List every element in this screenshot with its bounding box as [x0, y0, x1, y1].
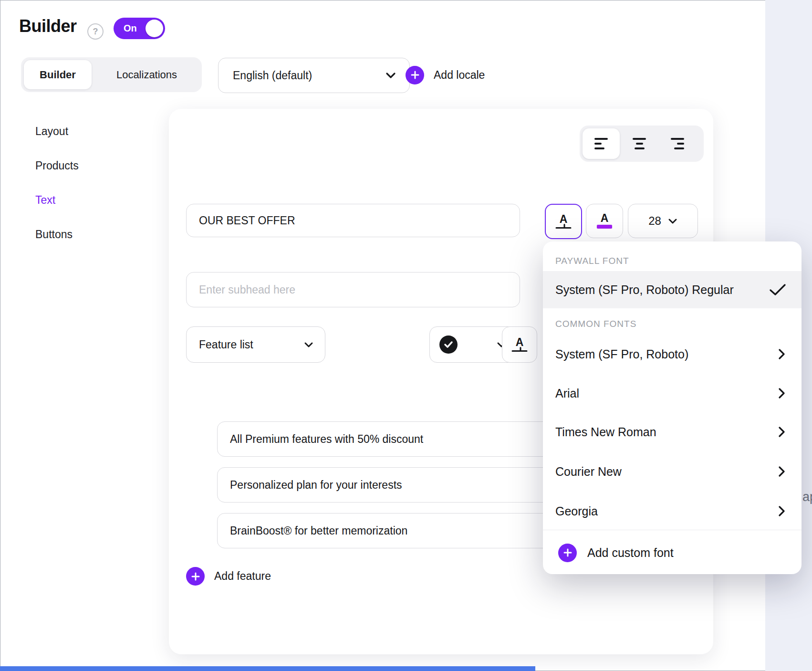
align-left-icon	[594, 138, 608, 149]
feature-letter-spacing-button[interactable]: A	[502, 326, 537, 363]
locale-select-value: English (default)	[233, 69, 312, 82]
sidebar-item-products[interactable]: Products	[35, 159, 79, 172]
feature-list-select[interactable]: Feature list	[186, 326, 325, 363]
headline-input[interactable]	[186, 204, 520, 237]
font-color-icon: A	[597, 213, 612, 229]
align-right-button[interactable]	[659, 128, 696, 159]
view-tabs: Builder Localizations	[21, 57, 202, 92]
text-alignment-control	[580, 126, 704, 162]
plus-icon	[406, 66, 424, 84]
clipped-edge-text: ap	[802, 490, 812, 504]
font-option-selected[interactable]: System (SF Pro, Roboto) Regular	[543, 271, 802, 308]
menu-separator	[543, 530, 802, 530]
plus-icon	[558, 544, 577, 562]
builder-toggle[interactable]: On	[114, 18, 165, 39]
feature-input-3[interactable]	[217, 513, 553, 548]
chevron-right-icon	[779, 388, 785, 399]
chevron-down-icon	[385, 72, 396, 79]
align-center-button[interactable]	[621, 128, 658, 159]
chevron-down-icon	[668, 218, 677, 224]
add-feature-label: Add feature	[214, 570, 271, 583]
letter-spacing-icon: A	[511, 337, 528, 352]
feature-input-1[interactable]	[217, 421, 553, 457]
sidebar-item-buttons[interactable]: Buttons	[35, 228, 73, 241]
plus-icon	[186, 567, 205, 586]
font-size-select[interactable]: 28	[628, 204, 698, 238]
add-locale-button[interactable]: Add locale	[406, 58, 485, 92]
page-title: Builder	[19, 16, 77, 36]
font-option-georgia[interactable]: Georgia	[543, 492, 802, 531]
letter-spacing-icon: A	[555, 214, 572, 229]
common-fonts-header: COMMON FONTS	[555, 319, 636, 329]
font-option-courier-new[interactable]: Courier New	[543, 452, 802, 491]
bottom-blue-bar	[0, 666, 535, 671]
chevron-right-icon	[779, 505, 785, 517]
feature-list-label: Feature list	[199, 338, 253, 351]
chevron-right-icon	[779, 426, 785, 438]
locale-select[interactable]: English (default)	[218, 58, 410, 93]
subhead-input[interactable]	[186, 272, 520, 307]
sidebar-item-layout[interactable]: Layout	[35, 125, 68, 138]
font-option-arial[interactable]: Arial	[543, 374, 802, 413]
chevron-right-icon	[779, 466, 785, 477]
toggle-knob	[146, 20, 163, 37]
builder-screen: ap Builder ? On Builder Localizations En…	[0, 0, 812, 671]
font-size-value: 28	[648, 214, 661, 228]
add-custom-font-button[interactable]: Add custom font	[552, 535, 800, 571]
letter-spacing-button[interactable]: A	[545, 204, 582, 239]
align-center-icon	[633, 138, 646, 149]
feature-input-2[interactable]	[217, 467, 553, 503]
font-option-system[interactable]: System (SF Pro, Roboto)	[543, 335, 802, 374]
help-icon[interactable]: ?	[87, 23, 104, 40]
sidebar-item-text[interactable]: Text	[35, 194, 55, 207]
chevron-right-icon	[779, 348, 785, 360]
tab-builder[interactable]: Builder	[24, 60, 92, 89]
add-feature-button[interactable]: Add feature	[186, 567, 271, 586]
toggle-state-label: On	[124, 23, 137, 34]
font-option-times-new-roman[interactable]: Times New Roman	[543, 412, 802, 451]
chevron-down-icon	[304, 342, 313, 348]
add-locale-label: Add locale	[434, 69, 485, 82]
align-left-button[interactable]	[583, 128, 620, 159]
font-color-button[interactable]: A	[586, 204, 623, 238]
checkmark-icon	[769, 283, 786, 296]
paywall-font-header: PAYWALL FONT	[555, 256, 629, 266]
font-menu: PAYWALL FONT System (SF Pro, Roboto) Reg…	[543, 241, 802, 574]
tab-localizations[interactable]: Localizations	[92, 60, 202, 89]
check-circle-icon	[439, 336, 458, 354]
align-right-icon	[671, 138, 684, 149]
